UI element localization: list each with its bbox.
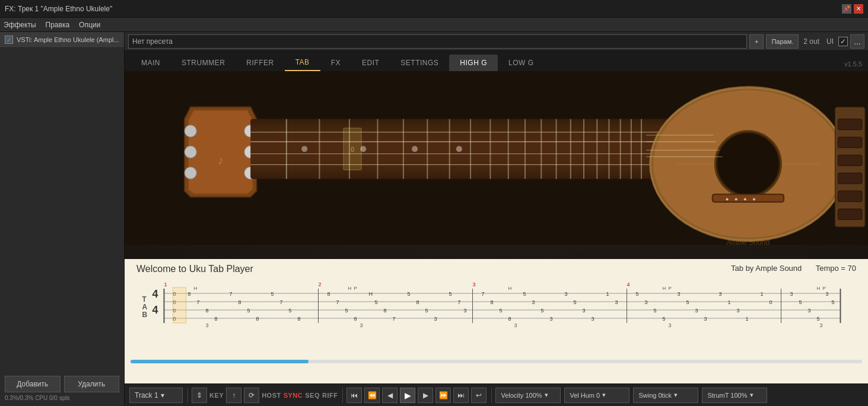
svg-text:3: 3 <box>808 308 811 314</box>
svg-rect-50 <box>713 195 783 201</box>
tab-main[interactable]: MAIN <box>131 55 171 71</box>
tab-strummer[interactable]: STRUMMER <box>171 55 236 71</box>
svg-text:1: 1 <box>164 282 167 287</box>
svg-text:5: 5 <box>408 291 411 297</box>
tab-settings[interactable]: SETTINGS <box>390 55 449 71</box>
svg-text:8: 8 <box>416 299 419 305</box>
svg-text:3: 3 <box>645 299 648 305</box>
swing-dropdown[interactable]: Swing 0tick ▾ <box>633 388 698 403</box>
track-selector[interactable]: Track 1 ▾ <box>129 388 183 403</box>
svg-text:3: 3 <box>826 291 829 297</box>
tab-low-g[interactable]: LOW G <box>498 55 545 71</box>
step-back-btn[interactable]: ◀ <box>382 388 398 403</box>
tab-tab[interactable]: TAB <box>285 55 320 71</box>
svg-text:H: H <box>369 291 373 297</box>
tab-fx[interactable]: FX <box>320 55 351 71</box>
vel-hum-dropdown-icon: ▾ <box>602 391 606 399</box>
more-button[interactable]: ... <box>850 34 864 49</box>
svg-text:5: 5 <box>500 308 503 314</box>
tab-scrollbar[interactable] <box>131 360 862 363</box>
svg-text:4: 4 <box>627 282 630 287</box>
svg-text:8: 8 <box>239 299 241 305</box>
next-btn[interactable]: ⏩ <box>435 388 451 403</box>
svg-rect-63 <box>838 137 861 148</box>
swing-label: Swing 0tick <box>638 392 672 399</box>
skip-start-btn[interactable]: ⏮ <box>346 388 362 403</box>
track-dropdown-icon: ▾ <box>161 391 164 399</box>
svg-text:5: 5 <box>574 299 577 305</box>
tab-header: Welcome to Uku Tab Player Tab by Ample S… <box>125 259 868 277</box>
tab-tempo: Tempo = 70 <box>816 264 856 273</box>
svg-text:3: 3 <box>790 291 793 297</box>
tab-edit[interactable]: EDIT <box>351 55 390 71</box>
scroll-thumb <box>131 360 309 363</box>
add-button[interactable]: Добавить <box>5 376 61 392</box>
svg-text:P: P <box>354 286 357 291</box>
svg-text:8: 8 <box>508 316 511 322</box>
svg-text:5: 5 <box>289 308 292 314</box>
svg-text:♪: ♪ <box>218 154 224 167</box>
svg-text:3: 3 <box>820 322 823 328</box>
prev-btn[interactable]: ⏪ <box>364 388 380 403</box>
svg-text:3: 3 <box>704 316 707 322</box>
svg-text:1: 1 <box>728 299 731 305</box>
svg-text:5: 5 <box>271 291 274 297</box>
move-btn[interactable]: ⇕ <box>192 388 207 403</box>
velocity-dropdown[interactable]: Velocity 100% ▾ <box>495 388 561 403</box>
track-section: Track 1 ▾ <box>129 388 183 403</box>
preset-select[interactable]: Нет пресета <box>128 34 747 49</box>
svg-text:7: 7 <box>280 299 283 305</box>
play-btn[interactable]: ▶ <box>400 388 415 403</box>
riff-label: RIFF <box>322 392 338 399</box>
strum-dropdown[interactable]: StrumT 100% ▾ <box>702 388 767 403</box>
sync-label: SYNC <box>284 392 303 399</box>
tab-high-g[interactable]: HIGH G <box>449 55 498 71</box>
fx-item[interactable]: ✓ VSTi: Ample Ethno Ukulele (Ampl... <box>0 32 124 48</box>
svg-text:5: 5 <box>375 299 378 305</box>
upload-btn[interactable]: ↑ <box>226 388 241 403</box>
swing-section: Swing 0tick ▾ <box>633 388 698 403</box>
return-btn[interactable]: ↩ <box>471 388 487 403</box>
svg-text:3: 3 <box>532 299 535 305</box>
plugin-content: MAIN STRUMMER RIFFER TAB FX EDIT SETTING… <box>125 51 868 383</box>
tab-notation-svg: 4 4 T A B <box>131 277 862 354</box>
svg-point-54 <box>753 198 755 200</box>
svg-text:0: 0 <box>351 146 354 153</box>
loop-btn[interactable]: ⟳ <box>244 388 259 403</box>
svg-text:3: 3 <box>583 308 586 314</box>
strum-section: StrumT 100% ▾ <box>702 388 767 403</box>
tab-riffer[interactable]: RIFFER <box>236 55 284 71</box>
menu-edit[interactable]: Правка <box>46 21 70 29</box>
ui-checkbox[interactable]: ✓ <box>838 37 848 46</box>
svg-rect-9 <box>250 119 700 179</box>
fx-checkbox[interactable]: ✓ <box>5 36 13 44</box>
svg-text:4: 4 <box>152 288 158 300</box>
svg-text:T: T <box>142 295 147 303</box>
svg-text:5: 5 <box>541 308 544 314</box>
close-button[interactable]: ✕ <box>854 4 863 14</box>
params-button[interactable]: Парам. <box>766 34 799 49</box>
svg-text:3: 3 <box>473 282 476 287</box>
tab-player-title: Welcome to Uku Tab Player <box>136 264 253 274</box>
svg-text:3: 3 <box>464 308 467 314</box>
playback-section: ⏮ ⏪ ◀ ▶ ▶ ⏩ ⏭ ↩ <box>342 388 487 403</box>
pin-button[interactable]: 📌 <box>842 4 851 14</box>
svg-rect-65 <box>838 173 861 184</box>
plus-button[interactable]: + <box>749 34 764 49</box>
svg-text:5: 5 <box>832 299 835 305</box>
skip-end-btn[interactable]: ⏭ <box>453 388 469 403</box>
svg-text:P: P <box>823 286 826 291</box>
tab-area: Welcome to Uku Tab Player Tab by Ample S… <box>125 259 868 383</box>
svg-point-1 <box>185 125 196 137</box>
remove-button[interactable]: Удалить <box>64 376 120 392</box>
svg-point-51 <box>726 198 729 200</box>
svg-text:5: 5 <box>247 308 250 314</box>
menu-options[interactable]: Опции <box>79 21 100 29</box>
tab-meta: Tab by Ample Sound Tempo = 70 <box>731 264 856 274</box>
step-fwd-btn[interactable]: ▶ <box>418 388 433 403</box>
vel-hum-dropdown[interactable]: Vel Hum 0 ▾ <box>564 388 629 403</box>
menu-effects[interactable]: Эффекты <box>4 21 36 29</box>
svg-text:4: 4 <box>152 304 158 316</box>
svg-text:7: 7 <box>482 291 485 297</box>
svg-point-52 <box>735 198 737 200</box>
